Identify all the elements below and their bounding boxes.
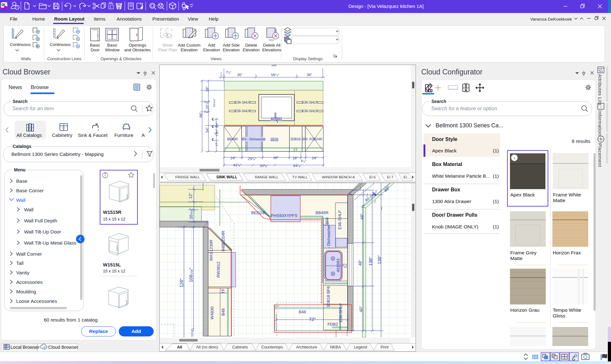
svg-text:173/4": 173/4" (215, 129, 218, 137)
svg-text:2": 2" (204, 110, 208, 113)
svg-text:17": 17" (215, 142, 218, 146)
svg-text:126": 126" (179, 278, 184, 287)
svg-text:Architecture: Architecture (296, 345, 317, 349)
svg-text:Legend: Legend (354, 345, 367, 349)
svg-text:54": 54" (205, 127, 209, 133)
svg-text:BF6: BF6 (325, 217, 329, 224)
svg-text:96": 96" (199, 112, 203, 118)
svg-text:℄: ℄ (212, 137, 214, 141)
svg-text:5612": 5612" (271, 73, 279, 77)
svg-text:18": 18" (293, 156, 298, 160)
svg-text:40": 40" (359, 306, 363, 312)
svg-text:- Dishwasher: - Dishwasher (326, 224, 331, 248)
svg-text:84BED24R: 84BED24R (221, 231, 226, 251)
svg-text:WAS1230R: WAS1230R (209, 239, 213, 261)
svg-text:BED24L: BED24L (251, 210, 266, 215)
svg-text:E36-SHLF: E36-SHLF (235, 109, 250, 113)
svg-text:515/16": 515/16" (212, 99, 216, 107)
svg-text:Print: Print (380, 345, 389, 349)
svg-text:48": 48" (360, 214, 364, 220)
svg-text:36": 36" (237, 73, 243, 77)
svg-text:E36-SHLF: E36-SHLF (337, 210, 342, 230)
svg-text:3F4 - Dishwasher: 3F4 - Dishwasher (241, 137, 266, 141)
svg-text:El 7: El 7 (387, 175, 393, 179)
svg-text:3DB18 BF6: 3DB18 BF6 (290, 137, 308, 141)
svg-text:WINDOW BENCH A: WINDOW BENCH A (322, 175, 355, 179)
svg-text:El...: El... (404, 175, 410, 179)
svg-text:NKBA: NKBA (330, 345, 341, 349)
svg-text:136": 136" (377, 255, 382, 264)
svg-text:24": 24" (312, 156, 317, 160)
svg-text:W4830: W4830 (210, 306, 214, 319)
svg-text:28": 28" (205, 86, 209, 92)
svg-text:48": 48" (358, 260, 362, 266)
svg-text:36": 36" (307, 73, 312, 77)
svg-text:BB45R: BB45R (227, 137, 238, 141)
svg-text:RANGE WALL: RANGE WALL (255, 175, 279, 179)
svg-text:72": 72" (309, 316, 316, 322)
svg-text:414": 414" (301, 159, 306, 163)
svg-text:TV WALL: TV WALL (292, 175, 308, 179)
svg-text:2": 2" (204, 100, 208, 104)
svg-text:BB45R: BB45R (315, 210, 328, 215)
svg-text:3DB18 BF6: 3DB18 BF6 (326, 286, 331, 307)
svg-text:SB36: SB36 (270, 137, 278, 141)
svg-text:Cabinets: Cabinets (232, 345, 248, 349)
svg-text:36": 36" (273, 156, 279, 160)
svg-text:All: All (177, 345, 182, 349)
svg-text:E36-SHLF: E36-SHLF (302, 100, 317, 104)
svg-text:97/8": 97/8" (215, 122, 218, 128)
svg-text:B48: B48 (221, 308, 226, 316)
svg-text:24": 24" (231, 156, 236, 160)
svg-text:TF: TF (221, 289, 226, 294)
svg-text:401993: 401993 (336, 259, 341, 272)
svg-text:PHS93XYPFS: PHS93XYPFS (271, 213, 297, 218)
svg-text:All (no dims): All (no dims) (196, 345, 218, 349)
svg-text:FDB2: FDB2 (328, 322, 338, 327)
svg-text:E36-SHLF: E36-SHLF (302, 109, 317, 113)
svg-text:℄: ℄ (212, 125, 214, 128)
svg-text:E36-SHLF: E36-SHLF (235, 100, 250, 104)
svg-text:12": 12" (188, 193, 193, 199)
svg-text:FRIDGE WALL: FRIDGE WALL (175, 175, 200, 179)
svg-text:B48: B48 (299, 310, 306, 314)
svg-text:El 6: El 6 (369, 175, 376, 179)
svg-text:SINK WALL: SINK WALL (216, 175, 237, 179)
svg-text:E36-SHLF: E36-SHLF (338, 303, 343, 322)
svg-text:166: 166 (271, 65, 277, 67)
svg-text:15/16: 15/16 (191, 330, 194, 337)
svg-text:RW3612: RW3612 (216, 262, 221, 278)
svg-text:2934": 2934" (248, 157, 256, 161)
svg-text:4134": 4134" (233, 163, 241, 167)
svg-text:136": 136" (368, 257, 373, 266)
svg-text:℄: ℄ (212, 117, 214, 121)
svg-text:Countertops: Countertops (261, 345, 283, 349)
svg-text:FDB24R: FDB24R (309, 137, 322, 141)
svg-text:10": 10" (206, 104, 209, 109)
svg-text:712": 712" (226, 71, 231, 74)
